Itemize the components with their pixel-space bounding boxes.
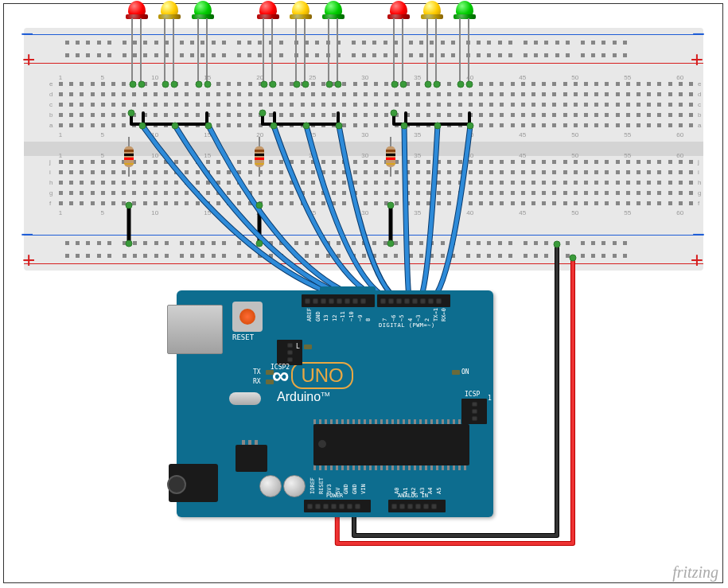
rail-bot-neg bbox=[24, 235, 703, 236]
chip-pin1-dot bbox=[318, 440, 326, 448]
arduino-notch bbox=[320, 286, 376, 290]
rail-minus-label-r: − bbox=[692, 21, 705, 47]
rail-plus-label: + bbox=[22, 47, 35, 72]
led-y-4 bbox=[292, 1, 309, 18]
rail-top-neg bbox=[24, 34, 703, 35]
reset-label: RESET bbox=[232, 333, 254, 341]
led-y-7 bbox=[423, 1, 441, 18]
l-led bbox=[304, 345, 312, 349]
rail-plus-label-b: + bbox=[22, 247, 35, 273]
led-g-5 bbox=[325, 1, 342, 18]
rail-minus-label: − bbox=[21, 21, 33, 47]
icsp-header bbox=[461, 399, 487, 424]
resistor-2 bbox=[386, 137, 397, 177]
on-led bbox=[452, 370, 460, 375]
rail-bot-pos bbox=[24, 263, 703, 264]
diagram-canvas: − + − + − + − + 111155551010101015151515… bbox=[0, 0, 728, 588]
led-r-3 bbox=[259, 1, 277, 18]
usb-port bbox=[167, 305, 223, 354]
fritzing-watermark: fritzing bbox=[672, 563, 718, 582]
led-r-6 bbox=[390, 1, 407, 18]
icsp-pin1: 1 bbox=[488, 395, 492, 402]
icsp-label: ICSP bbox=[465, 391, 480, 398]
led-y-1 bbox=[161, 1, 178, 18]
capacitor-2 bbox=[283, 475, 306, 497]
resistor-0 bbox=[124, 137, 135, 177]
crystal bbox=[229, 392, 261, 405]
rail-top-pos bbox=[24, 63, 703, 64]
power-jack bbox=[169, 464, 218, 502]
rail-plus-label-r: + bbox=[691, 47, 703, 72]
header-power bbox=[304, 500, 371, 512]
rail-minus-label-br: − bbox=[692, 222, 705, 247]
arduino-text: ArduinoTM bbox=[277, 390, 330, 404]
reset-button[interactable] bbox=[232, 302, 263, 332]
resistor-1 bbox=[255, 137, 266, 177]
on-label: ON bbox=[461, 368, 469, 376]
header-digital-low bbox=[377, 294, 450, 307]
arduino-board: RESET ∞ UNO ArduinoTM DIGITAL (PWM=~) AR… bbox=[177, 290, 493, 517]
l-label: L bbox=[296, 343, 300, 350]
header-digital-high bbox=[302, 294, 375, 307]
rail-minus-label-b: − bbox=[21, 222, 33, 247]
rx-label: RX bbox=[253, 378, 261, 385]
led-g-8 bbox=[456, 1, 473, 18]
capacitor-1 bbox=[259, 475, 282, 497]
header-analog bbox=[388, 500, 446, 512]
led-r-0 bbox=[128, 1, 146, 18]
led-g-2 bbox=[194, 1, 212, 18]
tx-led bbox=[266, 370, 274, 375]
tx-label: TX bbox=[253, 368, 261, 376]
atmega-chip bbox=[313, 424, 469, 465]
digital-label: DIGITAL (PWM=~) bbox=[379, 322, 435, 329]
voltage-regulator bbox=[236, 445, 267, 472]
rx-led bbox=[266, 380, 274, 384]
rail-plus-label-br: + bbox=[691, 247, 703, 273]
uno-badge: UNO bbox=[291, 362, 352, 389]
